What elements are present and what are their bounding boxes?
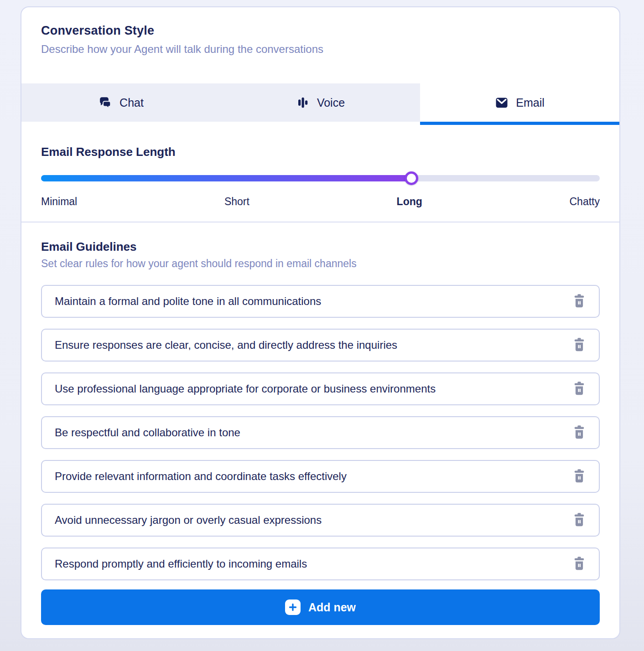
- add-new-label: Add new: [308, 601, 356, 614]
- delete-guideline-button[interactable]: [571, 424, 588, 441]
- slider-label: Short: [224, 195, 249, 208]
- trash-icon: [572, 512, 586, 528]
- voice-icon: [296, 96, 310, 109]
- slider-thumb[interactable]: [405, 171, 418, 185]
- slider-label: Long: [397, 195, 422, 208]
- tab-voice-label: Voice: [317, 96, 345, 109]
- guideline-text: Avoid unnecessary jargon or overly casua…: [55, 514, 571, 527]
- email-response-length-section: Email Response Length Minimal Short Long…: [21, 125, 619, 222]
- guideline-row[interactable]: Provide relevant information and coordin…: [41, 460, 600, 493]
- tab-chat-label: Chat: [119, 96, 144, 109]
- tab-email[interactable]: Email: [420, 83, 619, 122]
- guideline-text: Provide relevant information and coordin…: [55, 470, 571, 483]
- guideline-text: Ensure responses are clear, concise, and…: [55, 339, 571, 351]
- slider-label: Chatty: [569, 195, 599, 208]
- trash-icon: [572, 337, 586, 353]
- guideline-list: Maintain a formal and polite tone in all…: [41, 285, 600, 580]
- delete-guideline-button[interactable]: [571, 555, 588, 573]
- delete-guideline-button[interactable]: [571, 293, 588, 310]
- guideline-row[interactable]: Maintain a formal and polite tone in all…: [41, 285, 600, 318]
- plus-icon: [285, 599, 301, 615]
- email-guidelines-section: Email Guidelines Set clear rules for how…: [21, 222, 619, 639]
- conversation-style-card: Conversation Style Describe how your Age…: [21, 6, 620, 639]
- guideline-row[interactable]: Use professional language appropriate fo…: [41, 372, 600, 405]
- delete-guideline-button[interactable]: [571, 468, 588, 485]
- email-guidelines-subtitle: Set clear rules for how your agent shoul…: [41, 257, 600, 270]
- slider-label: Minimal: [41, 195, 77, 208]
- guideline-text: Maintain a formal and polite tone in all…: [55, 295, 571, 308]
- slider-labels: Minimal Short Long Chatty: [41, 195, 600, 222]
- response-length-slider: [41, 171, 600, 185]
- trash-icon: [572, 556, 586, 572]
- tab-chat[interactable]: Chat: [21, 83, 221, 122]
- trash-icon: [572, 469, 586, 485]
- delete-guideline-button[interactable]: [571, 380, 588, 398]
- chat-icon: [99, 96, 112, 109]
- tab-email-label: Email: [516, 96, 545, 109]
- slider-track[interactable]: [41, 175, 600, 181]
- delete-guideline-button[interactable]: [571, 512, 588, 529]
- card-header: Conversation Style Describe how your Age…: [21, 7, 619, 56]
- guideline-row[interactable]: Ensure responses are clear, concise, and…: [41, 329, 600, 362]
- trash-icon: [572, 381, 586, 397]
- guideline-text: Respond promptly and efficiently to inco…: [55, 558, 571, 570]
- channel-tabs: Chat Voice Email: [21, 83, 619, 125]
- page-title: Conversation Style: [41, 24, 600, 38]
- page-subtitle: Describe how your Agent will talk during…: [41, 42, 600, 56]
- tab-voice[interactable]: Voice: [221, 83, 420, 122]
- delete-guideline-button[interactable]: [571, 336, 588, 354]
- add-new-button[interactable]: Add new: [41, 589, 600, 625]
- trash-icon: [572, 425, 586, 441]
- guideline-row[interactable]: Avoid unnecessary jargon or overly casua…: [41, 504, 600, 537]
- email-guidelines-title: Email Guidelines: [41, 240, 600, 253]
- guideline-row[interactable]: Be respectful and collaborative in tone: [41, 416, 600, 449]
- email-icon: [495, 96, 509, 109]
- trash-icon: [572, 294, 586, 310]
- guideline-text: Be respectful and collaborative in tone: [55, 426, 571, 439]
- email-response-length-title: Email Response Length: [41, 145, 600, 159]
- guideline-row[interactable]: Respond promptly and efficiently to inco…: [41, 548, 600, 580]
- guideline-text: Use professional language appropriate fo…: [55, 382, 571, 395]
